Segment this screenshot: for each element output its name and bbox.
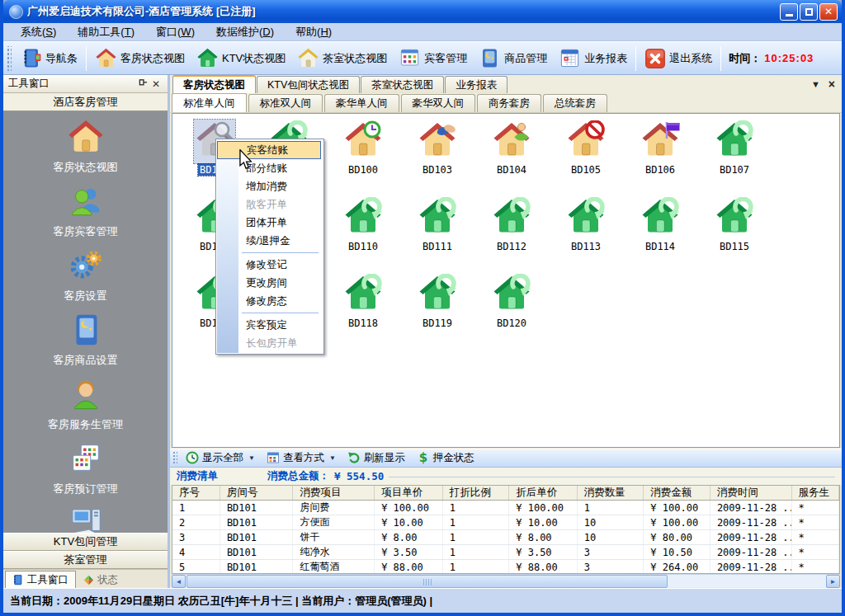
sidebar-item-1[interactable]: 客房宾客管理 [54,182,118,239]
column-header-5[interactable]: 折后单价 [509,486,578,501]
main-tab-2[interactable]: 茶室状态视图 [361,76,444,93]
room-BD107[interactable]: BD107 [697,120,772,196]
toolbar-button-5[interactable]: 商品管理 [473,45,553,71]
room-BD118[interactable]: BD118 [326,273,400,350]
column-header-2[interactable]: 消费项目 [293,486,375,501]
room-BD112[interactable]: BD112 [474,196,549,273]
context-menu-item-5[interactable]: 续/退押金 [216,232,322,250]
room-BD113[interactable]: BD113 [549,196,623,273]
dropdown-arrow-icon[interactable]: ▼ [248,454,255,462]
context-menu-item-4[interactable]: 团体开单 [216,214,322,232]
toolbar-button-6[interactable]: 业务报表 [553,45,633,71]
column-header-9[interactable]: 服务生 [791,486,838,501]
detail-toolbar-button-2[interactable]: 刷新显示 [342,451,411,465]
column-header-4[interactable]: 打折比例 [442,486,509,501]
detail-toolbar-grip[interactable] [172,451,177,464]
column-header-6[interactable]: 消费数量 [577,486,644,501]
table-cell: * [791,560,838,574]
room-BD119[interactable]: BD119 [400,273,474,350]
main-tab-1[interactable]: KTV包间状态视图 [257,76,360,93]
sidebar-bottom-tab-1[interactable]: 状态 [76,571,125,588]
maximize-button[interactable] [800,3,818,21]
toolbar-button-4[interactable]: 宾客管理 [393,45,473,71]
horizontal-scrollbar[interactable]: ◄ ► [172,574,840,587]
toolbar-button-2[interactable]: KTV状态视图 [191,45,291,71]
toolbar-button-1[interactable]: 客房状态视图 [89,45,191,71]
room-status-icon [417,120,458,163]
room-BD114[interactable]: BD114 [623,196,697,273]
sidebar-item-0[interactable]: 客房状态视图 [54,118,118,175]
scroll-right-icon[interactable]: ► [826,575,840,588]
column-header-7[interactable]: 消费金额 [644,486,710,501]
context-menu-item-9[interactable]: 修改房态 [216,292,322,310]
room-BD100[interactable]: BD100 [326,120,400,196]
table-cell: BD101 [220,530,293,545]
sidebar-item-4[interactable]: 客房服务生管理 [48,375,123,432]
scrollbar-thumb[interactable] [186,575,668,588]
context-menu-item-8[interactable]: 更改房间 [216,274,322,292]
context-menu-item-1[interactable]: 部分结账 [216,159,322,177]
room-type-tab-3[interactable]: 豪华双人间 [401,94,476,112]
room-BD111[interactable]: BD111 [400,196,474,273]
menu-item-0[interactable]: 系统(S) [10,23,67,41]
sidebar-group-1[interactable]: 茶室管理 [3,551,168,569]
table-row[interactable]: 2BD101方便面¥ 10.001¥ 10.0010¥ 100.002009-1… [172,515,839,530]
room-BD106[interactable]: BD106 [623,120,697,196]
room-type-tab-4[interactable]: 商务套房 [477,94,541,112]
clock-icon [186,451,199,464]
sidebar-item-3[interactable]: 客房商品设置 [54,311,118,368]
room-BD103[interactable]: BD103 [400,120,474,196]
detail-toolbar-button-3[interactable]: $押金状态 [411,451,480,465]
table-cell: 1 [577,501,644,515]
toolbar-button-3[interactable]: 茶室状态视图 [291,45,393,71]
toolbar-button-7[interactable]: 退出系统 [639,46,718,71]
menu-item-4[interactable]: 帮助(H) [285,23,342,41]
column-header-8[interactable]: 消费时间 [710,486,791,501]
room-type-tab-2[interactable]: 豪华单人间 [324,94,399,112]
sidebar-item-5[interactable]: 客房预订管理 [54,440,118,496]
context-menu-item-2[interactable]: 增加消费 [216,177,322,195]
sidebar-group-hotel-rooms[interactable]: 酒店客房管理 [3,93,168,111]
context-menu-item-11[interactable]: 宾客预定 [216,316,322,334]
main-tab-3[interactable]: 业务报表 [445,76,507,93]
table-row[interactable]: 3BD101饼干¥ 8.001¥ 8.0010¥ 80.002009-11-28… [172,530,839,545]
scroll-left-icon[interactable]: ◄ [172,575,186,588]
sidebar-item-6[interactable]: 客房其他款项登记 [43,504,129,533]
room-type-tab-0[interactable]: 标准单人间 [172,92,247,112]
column-header-3[interactable]: 项目单价 [375,486,443,501]
dropdown-arrow-icon[interactable]: ▼ [329,454,336,462]
column-header-0[interactable]: 序号 [172,486,220,501]
menu-item-1[interactable]: 辅助工具(T) [67,23,145,41]
room-type-tab-1[interactable]: 标准双人间 [248,94,323,112]
menu-item-2[interactable]: 窗口(W) [145,23,205,41]
detail-toolbar-button-0[interactable]: 显示全部▼ [180,451,261,465]
toolbar-button-0[interactable]: 导航条 [14,45,83,71]
table-row[interactable]: 4BD101纯净水¥ 3.501¥ 3.503¥ 10.502009-11-28… [172,545,839,560]
room-BD110[interactable]: BD110 [326,196,400,273]
sidebar-bottom-tab-0[interactable]: 工具窗口 [5,571,76,588]
context-menu-item-0[interactable]: 宾客结账 [217,141,321,159]
room-BD104[interactable]: BD104 [474,120,549,196]
room-BD120[interactable]: BD120 [474,273,549,350]
main-tab-0[interactable]: 客房状态视图 [172,75,256,93]
tab-close-icon[interactable]: × [828,78,835,91]
table-row[interactable]: 1BD101房间费¥ 100.001¥ 100.001¥ 100.002009-… [172,501,839,515]
minimize-button[interactable] [780,3,798,21]
context-menu-item-7[interactable]: 修改登记 [216,256,322,274]
room-type-tab-5[interactable]: 总统套房 [543,94,607,112]
sidebar-item-2[interactable]: 客房设置 [64,247,107,303]
detail-toolbar-button-1[interactable]: 查看方式▼ [261,451,342,465]
room-BD105[interactable]: BD105 [549,120,623,196]
sidebar-group-0[interactable]: KTV包间管理 [3,533,168,551]
pin-icon[interactable] [136,78,149,90]
close-panel-icon[interactable]: ✕ [149,78,163,90]
close-button[interactable]: ✕ [819,3,838,21]
room-BD115[interactable]: BD115 [697,196,772,273]
table-cell: 2009-11-28 ... [710,501,791,515]
table-cell: 1 [442,515,509,530]
column-header-1[interactable]: 房间号 [220,486,293,501]
menu-item-3[interactable]: 数据维护(D) [205,23,285,41]
table-row[interactable]: 5BD101红葡萄酒¥ 88.001¥ 88.003¥ 264.002009-1… [172,560,839,574]
tab-list-dropdown-icon[interactable]: ▼ [811,79,820,89]
toolbar-grip[interactable] [6,46,12,71]
